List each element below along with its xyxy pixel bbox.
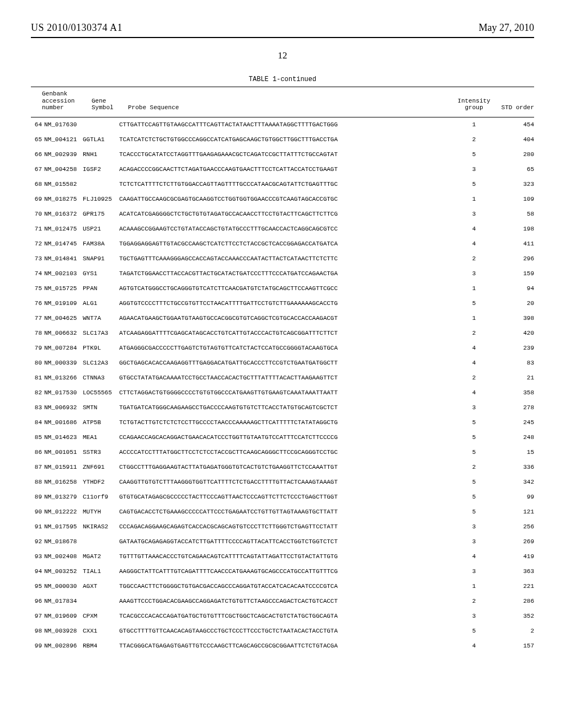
row-probe-sequence: AGAACATGAAGCTGGAATGTAAGTGCCACGGCGTGTCAGG… — [119, 315, 454, 322]
row-std-order: 245 — [494, 419, 534, 426]
row-intensity-group: 5 — [454, 181, 494, 188]
row-accession: NM_016258 — [44, 479, 83, 485]
col-accession-l2: accession — [42, 98, 74, 104]
row-accession: NM_001051 — [44, 449, 83, 456]
row-intensity-group: 2 — [454, 330, 494, 336]
row-gene-symbol: NKIRAS2 — [83, 523, 119, 530]
row-index: 96 — [31, 598, 44, 604]
row-std-order: 83 — [494, 360, 534, 366]
row-intensity-group: 2 — [454, 255, 494, 262]
row-std-order: 65 — [494, 166, 534, 173]
row-accession: NM_004121 — [44, 136, 83, 143]
row-intensity-group: 4 — [454, 226, 494, 232]
row-index: 87 — [31, 464, 44, 470]
row-index: 95 — [31, 583, 44, 590]
table-row: 95NM_000030AGXTTGGCCAACTTCTGGGGCTGTGACGA… — [31, 579, 534, 594]
row-index: 80 — [31, 360, 44, 366]
table-row: 98NM_003928CXX1GTGCCTTTTGTTCAACACAGTAAGC… — [31, 624, 534, 639]
row-intensity-group: 4 — [454, 553, 494, 560]
row-gene-symbol: CTNNA3 — [83, 374, 119, 381]
row-gene-symbol: MGAT2 — [83, 553, 119, 560]
table-row: 78NM_006632SLC17A3ATCAAGAGGATTTTCGAGCATA… — [31, 326, 534, 341]
row-index: 70 — [31, 211, 44, 217]
row-probe-sequence: CAAGGTTGTGTCTTTAAGGGTGGTTCATTTTCTCTGACCT… — [119, 479, 454, 485]
row-accession: NM_001686 — [44, 419, 83, 426]
row-gene-symbol: USP21 — [83, 226, 119, 232]
row-accession: NM_000339 — [44, 360, 83, 366]
row-std-order: 404 — [494, 136, 534, 143]
row-std-order: 454 — [494, 121, 534, 128]
row-probe-sequence: ACCCCATCCTTTATGGCTTCCTCTCCTACCGCTTCAAGCA… — [119, 449, 454, 456]
row-intensity-group: 3 — [454, 568, 494, 575]
row-probe-sequence: TGATGATCATGGGCAAGAAGCCTGACCCCAAGTGTGTCTT… — [119, 404, 454, 411]
table-row: 99NM_002896RBM4TTACGGGCATGAGAGTGAGTTGTCC… — [31, 639, 534, 654]
row-intensity-group: 5 — [454, 419, 494, 426]
row-gene-symbol: MUTYH — [83, 508, 119, 515]
row-index: 72 — [31, 240, 44, 247]
table-row: 83NM_006932SMTNTGATGATCATGGGCAAGAAGCCTGA… — [31, 400, 534, 415]
table-row: 90NM_012222MUTYHCAGTGACACCTCTGAAAGCCCCCA… — [31, 505, 534, 520]
row-gene-symbol: GPR175 — [83, 211, 119, 217]
row-accession: NM_017630 — [44, 121, 83, 128]
row-index: 99 — [31, 643, 44, 649]
table-row: 70NM_016372GPR175ACATCATCGAGGGGCTCTGCTGT… — [31, 207, 534, 222]
row-probe-sequence: ATCAAGAGGATTTTCGAGCATAGCACCTGTCATTGTACCC… — [119, 330, 454, 336]
row-index: 75 — [31, 285, 44, 292]
row-index: 66 — [31, 151, 44, 158]
row-std-order: 159 — [494, 270, 534, 277]
row-intensity-group: 5 — [454, 300, 494, 307]
table-caption: TABLE 1-continued — [0, 76, 565, 83]
row-index: 71 — [31, 226, 44, 232]
table-row: 75NM_015725PPANAGTGTCATGGGCCTGCAGGGTGTCA… — [31, 281, 534, 296]
table-row: 87NM_015911ZNF691CTGGCCTTTGAGGAAGTACTTAT… — [31, 460, 534, 475]
row-gene-symbol: IGSF2 — [83, 166, 119, 173]
table-row: 91NM_017595NKIRAS2CCCAGACAGGAAGCAGAGTCAC… — [31, 520, 534, 534]
row-probe-sequence: TGTTTGTTAAACACCCTGTCAGAACAGTCATTTTCAGTAT… — [119, 553, 454, 560]
row-accession: NM_015911 — [44, 464, 83, 470]
table-row: 89NM_013279C11orf9GTGTGCATAGAGCGCCCCCTAC… — [31, 490, 534, 505]
row-intensity-group: 5 — [454, 434, 494, 441]
row-accession: NM_013279 — [44, 494, 83, 500]
page-number: 12 — [0, 50, 565, 61]
row-accession: NM_007284 — [44, 345, 83, 351]
row-accession: NM_014745 — [44, 240, 83, 247]
row-index: 83 — [31, 404, 44, 411]
row-index: 69 — [31, 196, 44, 202]
row-probe-sequence: TCTCTCATTTTCTCTTGTGGACCAGTTAGTTTTGCCCATA… — [119, 181, 454, 188]
table-row: 96NM_017834AAAGTTCCCTGGACACGAAGCCAGGAGAT… — [31, 594, 534, 609]
row-probe-sequence: TCATCATCTCTGCTGTGGCCCAGGCCATCATGAGCAAGCT… — [119, 136, 454, 143]
row-std-order: 198 — [494, 226, 534, 232]
row-intensity-group: 1 — [454, 285, 494, 292]
row-probe-sequence: AAAGTTCCCTGGACACGAAGCCAGGAGATCTGTGTTCTAA… — [119, 598, 454, 604]
row-probe-sequence: AGTGTCATGGGCCTGCAGGGTGTCATCTTCAACGATGTCT… — [119, 285, 454, 292]
col-gene-l1: Gene — [92, 98, 106, 104]
row-gene-symbol: CXX1 — [83, 628, 119, 634]
col-intensity-l2: group — [465, 104, 483, 111]
row-probe-sequence: CTTCTAGGACTGTGGGGCCCCTGTGTGGCCCATGAAGTTG… — [119, 389, 454, 396]
table-row: 69NM_018275FLJ10925CAAGATTGCCAAGCGCGAGTG… — [31, 192, 534, 207]
row-index: 64 — [31, 121, 44, 128]
row-accession: NM_017530 — [44, 389, 83, 396]
row-accession: NM_003252 — [44, 568, 83, 575]
row-probe-sequence: TTACGGGCATGAGAGTGAGTTGTCCCAAGCTTCAGCAGCC… — [119, 643, 454, 649]
col-gene-l2: Symbol — [92, 104, 114, 111]
row-gene-symbol: FLJ10925 — [83, 196, 119, 202]
row-gene-symbol: FAM38A — [83, 240, 119, 247]
row-intensity-group: 2 — [454, 464, 494, 470]
row-intensity-group: 1 — [454, 121, 494, 128]
row-std-order: 342 — [494, 479, 534, 485]
row-std-order: 336 — [494, 464, 534, 470]
row-intensity-group: 4 — [454, 345, 494, 351]
col-probe: Probe Sequence — [128, 104, 179, 111]
row-std-order: 269 — [494, 538, 534, 545]
row-probe-sequence: GTGCCTTTTGTTCAACACAGTAAGCCCTGCTCCCTTCCCT… — [119, 628, 454, 634]
row-gene-symbol: ATP5B — [83, 419, 119, 426]
row-intensity-group: 4 — [454, 389, 494, 396]
table-row: 97NM_019609CPXMTCACGCCCACACCAGATGATGCTGT… — [31, 609, 534, 624]
row-accession: NM_016372 — [44, 211, 83, 217]
pub-date: May 27, 2010 — [479, 22, 535, 34]
row-std-order: 296 — [494, 255, 534, 262]
row-std-order: 352 — [494, 613, 534, 619]
row-std-order: 21 — [494, 374, 534, 381]
row-gene-symbol: SLC17A3 — [83, 330, 119, 336]
